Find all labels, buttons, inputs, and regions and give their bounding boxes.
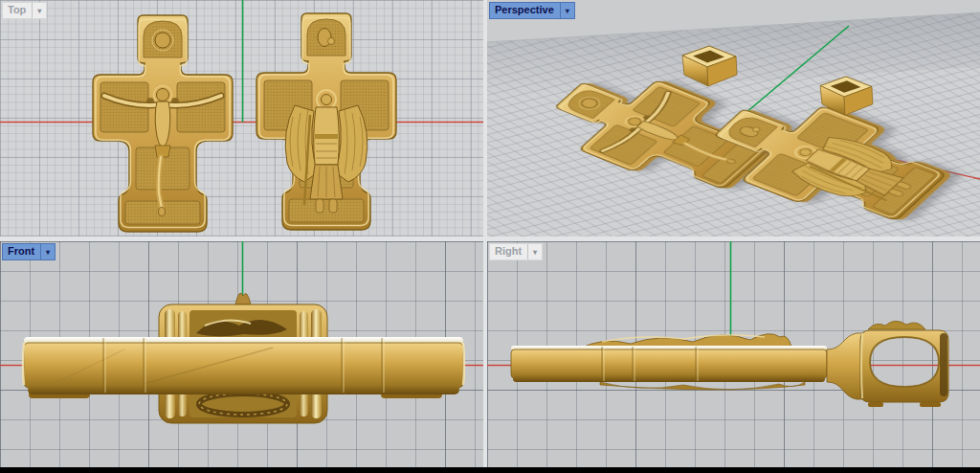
viewport-tab-front[interactable]: Front ▾ [2, 243, 56, 260]
viewport-tab-perspective[interactable]: Perspective ▾ [489, 2, 575, 19]
right-view-canvas [487, 241, 980, 467]
viewport-title: Front [3, 244, 40, 259]
viewport-tab-top[interactable]: Top ▾ [2, 2, 47, 19]
viewport-menu-arrow-icon[interactable]: ▾ [527, 244, 542, 259]
viewport-grid: Top ▾ [0, 0, 980, 467]
viewport-front[interactable]: Front ▾ [0, 241, 483, 467]
viewport-perspective[interactable]: Perspective ▾ [487, 0, 980, 236]
cross-front-profile-model[interactable] [23, 293, 464, 423]
viewport-title: Top [3, 3, 32, 18]
viewport-menu-arrow-icon[interactable]: ▾ [32, 3, 46, 18]
window-edge [0, 467, 980, 473]
viewport-title: Right [490, 244, 527, 259]
viewport-tab-right[interactable]: Right ▾ [489, 243, 543, 260]
viewport-right[interactable]: Right ▾ [487, 241, 980, 467]
cross-back-model[interactable] [256, 13, 396, 230]
viewport-title: Perspective [490, 3, 560, 18]
cross-front-model[interactable] [93, 15, 233, 232]
viewport-top[interactable]: Top ▾ [0, 0, 483, 236]
front-view-canvas [0, 241, 483, 467]
viewport-menu-arrow-icon[interactable]: ▾ [40, 244, 55, 259]
viewport-menu-arrow-icon[interactable]: ▾ [560, 3, 574, 18]
top-view-canvas [0, 0, 483, 236]
cross-side-profile-model[interactable] [511, 321, 948, 407]
